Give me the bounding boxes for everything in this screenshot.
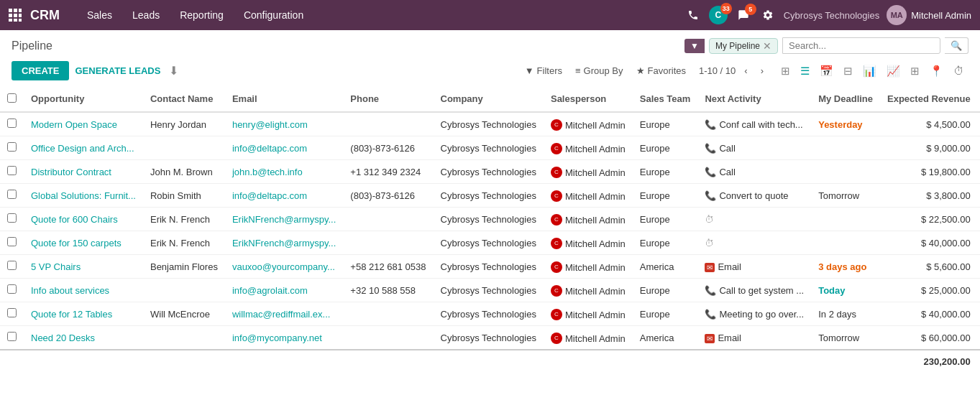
row-salesperson: C Mitchell Admin — [544, 279, 633, 302]
pager-prev-button[interactable]: ‹ — [740, 62, 751, 79]
toolbar-right: ▼ Filters ≡ Group By ★ Favorites 1-10 / … — [521, 62, 968, 80]
group-by-button[interactable]: ≡ Group By — [571, 62, 628, 79]
row-salesperson: C Mitchell Admin — [544, 302, 633, 326]
salesperson-flag: C — [551, 309, 562, 320]
col-sales-team[interactable]: Sales Team — [633, 86, 698, 112]
col-expected-revenue[interactable]: Expected Revenue — [880, 86, 978, 112]
row-checkbox-cell — [0, 184, 24, 208]
row-salesperson: C Mitchell Admin — [544, 208, 633, 231]
row-revenue: $ 19,800.00 — [880, 160, 978, 184]
row-checkbox[interactable] — [7, 261, 17, 270]
row-company: Cybrosys Technologies — [434, 231, 544, 255]
row-opportunity[interactable]: Modern Open Space — [24, 112, 143, 136]
nav-reporting[interactable]: Reporting — [170, 0, 234, 30]
row-deadline — [811, 136, 880, 160]
row-email[interactable]: vauxoo@yourcompany... — [225, 255, 343, 279]
row-revenue: $ 4,500.00 — [880, 112, 978, 136]
col-opportunity[interactable]: Opportunity — [24, 86, 143, 112]
row-email[interactable]: info@deltapc.com — [225, 136, 343, 160]
download-button[interactable]: ⬇ — [166, 61, 181, 80]
filter-tag-remove[interactable]: ✕ — [763, 40, 771, 52]
col-next-activity[interactable]: Next Activity — [697, 86, 811, 112]
row-checkbox[interactable] — [7, 142, 17, 152]
row-stage: Qualified — [978, 279, 980, 302]
salesperson-flag: C — [551, 285, 562, 297]
row-opportunity[interactable]: Need 20 Desks — [24, 326, 143, 350]
row-opportunity[interactable]: Quote for 150 carpets — [24, 231, 143, 255]
salesperson-flag: C — [551, 238, 562, 249]
grid-menu-icon[interactable] — [9, 9, 22, 22]
row-checkbox[interactable] — [7, 237, 17, 246]
view-list-icon[interactable]: ☰ — [796, 62, 814, 80]
filters-button[interactable]: ▼ Filters — [521, 62, 567, 79]
filter-funnel-icon: ▼ — [684, 39, 705, 53]
row-opportunity[interactable]: Global Solutions: Furnit... — [24, 184, 143, 208]
create-button[interactable]: CREATE — [12, 61, 69, 80]
row-opportunity[interactable]: Info about services — [24, 279, 143, 302]
row-email[interactable]: info@mycompany.net — [225, 326, 343, 350]
row-checkbox[interactable] — [7, 190, 17, 199]
row-email[interactable]: ErikNFrench@armyspy... — [225, 208, 343, 231]
table-row: Quote for 12 Tables Will McEncroe willma… — [0, 302, 980, 326]
col-email[interactable]: Email — [225, 86, 343, 112]
user-menu[interactable]: MA Mitchell Admin — [887, 5, 971, 25]
col-salesperson[interactable]: Salesperson — [544, 86, 633, 112]
view-pivot-icon[interactable]: ⊞ — [906, 62, 924, 80]
messages-icon[interactable]: 5 — [735, 6, 752, 24]
star-icon: ★ — [636, 65, 645, 76]
row-email[interactable]: willmac@rediffmail.ex... — [225, 302, 343, 326]
col-my-deadline[interactable]: My Deadline — [811, 86, 880, 112]
filter-tag-label: My Pipeline — [715, 41, 760, 51]
row-checkbox[interactable] — [7, 308, 17, 317]
row-email[interactable]: info@deltapc.com — [225, 184, 343, 208]
row-opportunity[interactable]: Office Design and Arch... — [24, 136, 143, 160]
row-stage: Proposition — [978, 255, 980, 279]
view-bar-icon[interactable]: 📊 — [858, 62, 881, 80]
view-activity-icon[interactable]: ⏱ — [949, 62, 968, 80]
search-button[interactable]: 🔍 — [945, 37, 968, 54]
row-salesperson: C Mitchell Admin — [544, 112, 633, 136]
nav-leads[interactable]: Leads — [122, 0, 170, 30]
col-contact-name[interactable]: Contact Name — [143, 86, 225, 112]
row-opportunity[interactable]: Quote for 600 Chairs — [24, 208, 143, 231]
select-all-checkbox[interactable] — [7, 93, 17, 103]
row-email[interactable]: john.b@tech.info — [225, 160, 343, 184]
generate-leads-button[interactable]: GENERATE LEADS — [75, 65, 160, 76]
col-phone[interactable]: Phone — [343, 86, 433, 112]
row-sales-team: Europe — [633, 302, 698, 326]
row-email[interactable]: ErikNFrench@armyspy... — [225, 231, 343, 255]
nav-sales[interactable]: Sales — [77, 0, 122, 30]
phone-icon[interactable] — [684, 6, 702, 24]
row-email[interactable]: henry@elight.com — [225, 112, 343, 136]
view-calendar-icon[interactable]: 📅 — [815, 62, 838, 80]
view-map-icon[interactable]: 📍 — [925, 62, 948, 80]
col-stage[interactable]: Stage — [978, 86, 980, 112]
search-input[interactable] — [782, 37, 940, 54]
view-grid-icon[interactable]: ⊟ — [839, 62, 857, 80]
favorites-label: Favorites — [648, 65, 686, 76]
pager-next-button[interactable]: › — [756, 62, 768, 79]
row-company: Cybrosys Technologies — [434, 184, 544, 208]
row-checkbox[interactable] — [7, 118, 17, 128]
row-email[interactable]: info@agrolait.com — [225, 279, 343, 302]
row-contact: Erik N. French — [143, 231, 225, 255]
activity-icon[interactable]: C 33 — [709, 6, 728, 24]
row-checkbox[interactable] — [7, 166, 17, 175]
favorites-button[interactable]: ★ Favorites — [632, 62, 690, 79]
row-sales-team: Europe — [633, 136, 698, 160]
row-opportunity[interactable]: Quote for 12 Tables — [24, 302, 143, 326]
row-next-activity: 📞Conf call with tech... — [697, 112, 811, 136]
row-opportunity[interactable]: Distributor Contract — [24, 160, 143, 184]
view-chart-icon[interactable]: 📈 — [882, 62, 905, 80]
nav-configuration[interactable]: Configuration — [234, 0, 313, 30]
col-company[interactable]: Company — [434, 86, 544, 112]
row-checkbox-cell — [0, 231, 24, 255]
view-kanban-icon[interactable]: ⊞ — [777, 62, 794, 80]
row-stage: Qualified — [978, 184, 980, 208]
row-checkbox[interactable] — [7, 284, 17, 294]
row-checkbox[interactable] — [7, 332, 17, 341]
row-checkbox[interactable] — [7, 213, 17, 223]
row-opportunity[interactable]: 5 VP Chairs — [24, 255, 143, 279]
settings-icon[interactable] — [759, 6, 777, 24]
row-stage: Proposition — [978, 326, 980, 350]
